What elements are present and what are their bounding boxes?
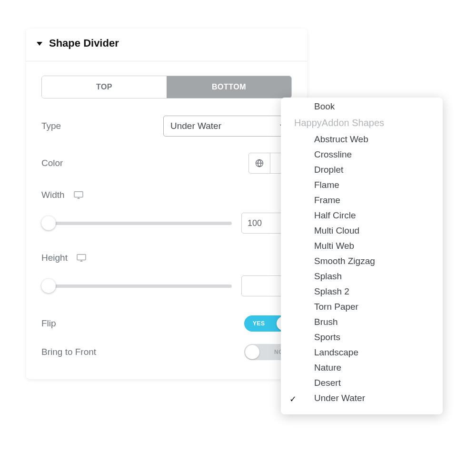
dropdown-item[interactable]: Multi Web: [281, 238, 443, 254]
svg-rect-1: [74, 192, 83, 197]
type-row: Type Under Water: [41, 116, 292, 137]
dropdown-item[interactable]: Splash: [281, 269, 443, 284]
tab-top[interactable]: TOP: [42, 76, 167, 98]
dropdown-item[interactable]: Book: [281, 101, 443, 114]
tab-bottom[interactable]: BOTTOM: [167, 76, 291, 98]
dropdown-item[interactable]: Under Water✓: [281, 391, 443, 406]
width-section: Width: [41, 190, 292, 200]
dropdown-item[interactable]: Frame: [281, 193, 443, 208]
flip-toggle-text: YES: [253, 320, 265, 327]
dropdown-item[interactable]: Half Circle: [281, 208, 443, 223]
color-row: Color: [41, 153, 292, 174]
dropdown-item[interactable]: Brush: [281, 314, 443, 330]
panel-header[interactable]: Shape Divider: [26, 29, 307, 61]
dropdown-item[interactable]: Sports: [281, 330, 443, 345]
desktop-icon[interactable]: [76, 254, 87, 262]
width-slider-thumb[interactable]: [41, 216, 56, 230]
dropdown-item[interactable]: Abstruct Web: [281, 132, 443, 147]
collapse-caret-icon: [37, 42, 42, 46]
dropdown-item[interactable]: Nature: [281, 360, 443, 375]
flip-row: Flip YES: [41, 315, 292, 332]
dropdown-item[interactable]: Smooth Zigzag: [281, 254, 443, 269]
panel-body: TOP BOTTOM Type Under Water Color: [26, 61, 307, 379]
height-slider[interactable]: [41, 279, 232, 293]
height-label: Height: [41, 253, 68, 263]
desktop-icon[interactable]: [73, 191, 84, 199]
width-label: Width: [41, 190, 65, 200]
panel-title: Shape Divider: [49, 37, 119, 49]
dropdown-group-label: HappyAddon Shapes: [281, 116, 443, 132]
check-icon: ✓: [289, 394, 297, 404]
type-select-value: Under Water: [170, 121, 221, 131]
color-global-button[interactable]: [248, 153, 270, 174]
shape-divider-panel: Shape Divider TOP BOTTOM Type Under Wate…: [26, 29, 307, 379]
flip-label: Flip: [41, 318, 56, 329]
globe-icon: [255, 158, 264, 168]
type-dropdown-menu: Book HappyAddon Shapes Abstruct WebCross…: [281, 98, 443, 414]
type-label: Type: [41, 121, 61, 131]
height-slider-track: [41, 284, 232, 288]
dropdown-item[interactable]: Multi Cloud: [281, 223, 443, 238]
width-slider-row: [41, 213, 292, 234]
dropdown-item[interactable]: Droplet: [281, 162, 443, 177]
height-section: Height: [41, 253, 292, 263]
dropdown-item[interactable]: Flame: [281, 177, 443, 193]
width-slider[interactable]: [41, 216, 232, 230]
height-slider-row: [41, 275, 292, 296]
bring-to-front-label: Bring to Front: [41, 347, 96, 357]
dropdown-item[interactable]: Landscape: [281, 345, 443, 360]
svg-rect-2: [77, 255, 86, 260]
width-slider-track: [41, 222, 232, 225]
toggle-thumb: [245, 345, 259, 359]
bring-to-front-row: Bring to Front NO: [41, 344, 292, 360]
position-tabs: TOP BOTTOM: [41, 76, 292, 98]
color-label: Color: [41, 158, 63, 168]
dropdown-item[interactable]: Desert: [281, 375, 443, 391]
dropdown-item[interactable]: Crossline: [281, 147, 443, 162]
height-slider-thumb[interactable]: [41, 279, 56, 293]
dropdown-item[interactable]: Splash 2: [281, 284, 443, 299]
type-select[interactable]: Under Water: [163, 116, 292, 137]
dropdown-item[interactable]: Torn Paper: [281, 299, 443, 314]
